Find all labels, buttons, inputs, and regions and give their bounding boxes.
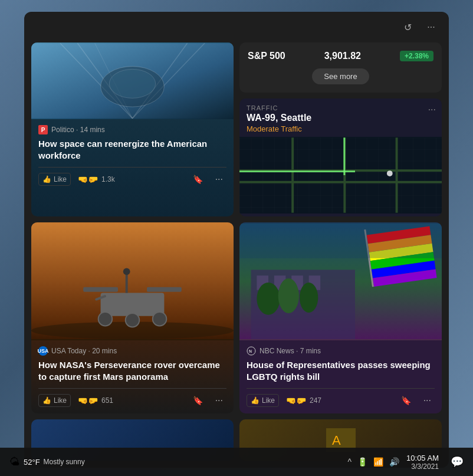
article-title-lgbtq: House of Representatives passes sweeping… — [247, 359, 435, 382]
panel-more-button[interactable]: ··· — [423, 19, 439, 35]
svg-text:A: A — [332, 433, 341, 448]
taskbar-clock: 10:05 AM 3/3/2021 — [406, 454, 439, 471]
svg-text:N: N — [249, 349, 252, 353]
card-actions-mars: 👍 Like 🤜🤛 651 🔖 ··· — [38, 388, 226, 408]
taskbar-right: ^ 🔋 📶 🔊 10:05 AM 3/3/2021 💬 — [347, 454, 464, 471]
weather-description: Mostly sunny — [44, 458, 85, 466]
usatoday-icon: USA — [38, 346, 48, 356]
reactions-lgbtq: 🤜🤛 247 — [286, 396, 321, 405]
stock-change: +2.38% — [400, 51, 433, 61]
bookmark-button-mars[interactable]: 🔖 — [191, 394, 205, 407]
article-title-politico: How space can reenergize the American wo… — [38, 138, 226, 161]
article-content-politico: P Politico · 14 mins How space can reene… — [31, 119, 234, 192]
article-image-lgbtq — [239, 222, 442, 340]
system-tray-expand[interactable]: ^ — [347, 457, 352, 467]
svg-point-25 — [98, 312, 113, 326]
article-card-politico[interactable]: P Politico · 14 mins How space can reene… — [31, 42, 234, 216]
weather-temperature: 52°F — [24, 458, 40, 467]
reaction-emojis-lgbtq: 🤜🤛 — [286, 396, 306, 405]
battery-icon: 🔋 — [357, 457, 367, 467]
clock-time: 10:05 AM — [406, 454, 439, 462]
svg-point-36 — [278, 278, 299, 313]
stock-row: S&P 500 3,901.82 +2.38% — [248, 51, 433, 61]
card-actions-politico: 👍 Like 🤜🤛 1.3k 🔖 ··· — [38, 167, 226, 186]
more-button-politico[interactable]: ··· — [212, 172, 226, 186]
lgbtq-svg — [239, 222, 442, 340]
more-button-lgbtq[interactable]: ··· — [420, 393, 435, 408]
svg-rect-45 — [239, 224, 442, 258]
reaction-count-politico: 1.3k — [101, 175, 115, 183]
thumbs-up-icon: 👍 — [42, 175, 51, 183]
svg-rect-15 — [239, 170, 355, 172]
right-column: S&P 500 3,901.82 +2.38% See more TRAFFIC… — [239, 42, 442, 216]
svg-point-27 — [153, 312, 167, 326]
svg-point-17 — [387, 170, 393, 176]
article-image-politico — [31, 42, 234, 119]
map-svg — [239, 137, 442, 214]
more-button-mars[interactable]: ··· — [212, 393, 226, 408]
svg-point-24 — [123, 268, 130, 275]
svg-rect-16 — [343, 137, 345, 175]
like-button-lgbtq[interactable]: 👍 Like — [247, 394, 279, 407]
reactions-mars: 🤜🤛 651 — [78, 396, 113, 405]
panel-header: ↺ ··· — [31, 19, 442, 37]
source-name-lgbtq: NBC News · 7 mins — [260, 347, 321, 355]
nbcnews-icon: N — [247, 346, 256, 356]
stock-value: 3,901.82 — [324, 51, 361, 61]
source-row-lgbtq: N NBC News · 7 mins — [247, 346, 435, 356]
reaction-count-lgbtq: 247 — [310, 396, 321, 405]
top-grid: P Politico · 14 mins How space can reene… — [31, 42, 442, 216]
news-panel: ↺ ··· — [24, 12, 449, 468]
reaction-emojis-mars: 🤜🤛 — [78, 396, 98, 405]
chat-icon[interactable]: 💬 — [451, 455, 464, 468]
svg-rect-9 — [239, 137, 442, 212]
svg-rect-11 — [239, 181, 442, 183]
refresh-button[interactable]: ↺ — [399, 19, 416, 35]
volume-icon[interactable]: 🔊 — [389, 457, 399, 467]
network-icon: 📶 — [373, 457, 383, 467]
article-card-lgbtq[interactable]: N NBC News · 7 mins House of Representat… — [239, 222, 442, 413]
bottom-grid: USA USA Today · 20 mins How NASA's Perse… — [31, 222, 442, 413]
source-name-politico: Politico · 14 mins — [51, 126, 105, 134]
svg-rect-22 — [147, 287, 182, 292]
traffic-location: WA-99, Seattle — [247, 113, 435, 123]
traffic-card[interactable]: TRAFFIC WA-99, Seattle Moderate Traffic … — [239, 99, 442, 216]
svg-point-35 — [257, 283, 280, 315]
traffic-label: TRAFFIC — [247, 104, 435, 111]
bookmark-button-politico[interactable]: 🔖 — [191, 173, 205, 186]
see-more-button[interactable]: See more — [312, 68, 369, 84]
svg-rect-21 — [83, 287, 118, 292]
article-content-lgbtq: N NBC News · 7 mins House of Representat… — [239, 340, 442, 413]
traffic-status: Moderate Traffic — [247, 124, 435, 133]
like-button-politico[interactable]: 👍 Like — [38, 173, 71, 186]
svg-point-26 — [126, 313, 140, 327]
taskbar-system-icons: ^ 🔋 📶 🔊 — [347, 457, 399, 467]
source-row-mars: USA USA Today · 20 mins — [38, 346, 226, 356]
politico-icon: P — [38, 125, 48, 134]
traffic-header: TRAFFIC WA-99, Seattle Moderate Traffic … — [239, 99, 442, 137]
card-actions-lgbtq: 👍 Like 🤜🤛 247 🔖 ··· — [247, 388, 435, 408]
like-button-mars[interactable]: 👍 Like — [38, 394, 71, 407]
article-card-mars[interactable]: USA USA Today · 20 mins How NASA's Perse… — [31, 222, 234, 413]
traffic-map — [239, 137, 442, 214]
reactions-politico: 🤜🤛 1.3k — [78, 175, 115, 184]
taskbar-left: 🌤 52°F Mostly sunny — [9, 456, 85, 468]
reaction-count-mars: 651 — [101, 396, 113, 405]
stock-card[interactable]: S&P 500 3,901.82 +2.38% See more — [239, 42, 442, 93]
svg-point-37 — [300, 283, 318, 313]
article-image-mars — [31, 222, 234, 340]
weather-icon: 🌤 — [9, 456, 20, 468]
clock-date: 3/3/2021 — [406, 462, 439, 471]
taskbar: 🌤 52°F Mostly sunny ^ 🔋 📶 🔊 10:05 AM 3/3… — [0, 448, 473, 476]
reaction-emojis-politico: 🤜🤛 — [78, 175, 98, 184]
svg-rect-12 — [291, 137, 294, 212]
source-row-politico: P Politico · 14 mins — [38, 125, 226, 134]
svg-rect-14 — [396, 137, 398, 212]
traffic-more-button[interactable]: ··· — [428, 104, 436, 115]
thumbs-up-icon-mars: 👍 — [42, 396, 51, 405]
bookmark-button-lgbtq[interactable]: 🔖 — [399, 394, 413, 407]
svg-rect-23 — [126, 273, 128, 293]
source-name-mars: USA Today · 20 mins — [51, 347, 117, 355]
svg-point-7 — [109, 69, 155, 98]
thumbs-up-icon-lgbtq: 👍 — [251, 396, 260, 405]
